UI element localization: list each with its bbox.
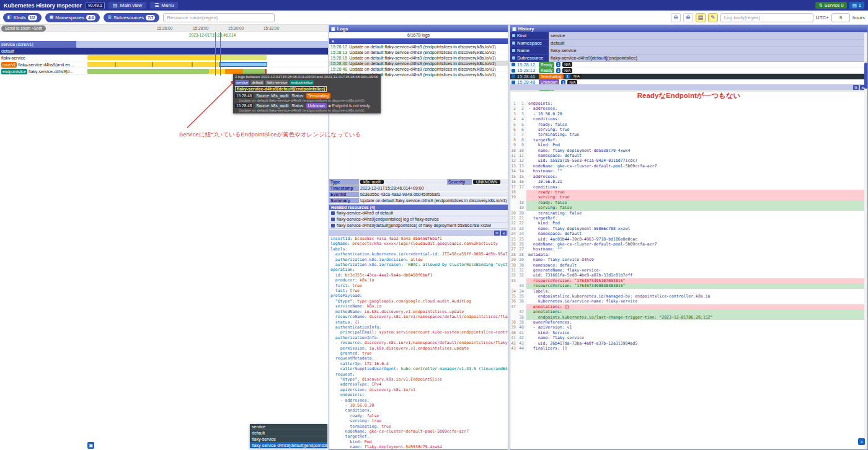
history-fab-button[interactable]: ≡ [858,438,865,445]
log-entry[interactable]: 15:28:48Update on default:flaky-service-… [329,66,508,72]
timeline-fab-button[interactable]: ▣ [87,442,94,449]
diff-text: uid: 4ac81b44-39c8-4963-9718-bd186e0e0ca… [526,237,637,242]
window-icon: ▣ [512,27,516,32]
history-titlebar[interactable]: ▣History [510,25,867,32]
logs-filter-bar[interactable]: ▼ [329,38,508,44]
revision-row[interactable]: 15:28:12Ready1N/A [510,62,867,68]
menu-button[interactable]: ☰Menu [150,2,178,9]
timeline-segment[interactable] [225,69,243,74]
timeline-track[interactable] [76,48,328,55]
history-field-label: Subresource [510,55,549,62]
diff-lineno-old: 2 [510,106,518,111]
diff-lineno-old: 5 [510,122,518,127]
close-button[interactable]: ✕ [501,231,507,236]
timeline-segment[interactable] [87,55,220,60]
diff-lineno-old: 12 [510,158,518,163]
timeline-segment[interactable] [152,62,153,67]
timeline-segment[interactable] [209,69,225,74]
history-field: Nameflaky-service [510,47,867,55]
timeline-segment[interactable] [87,69,209,74]
timeline-row[interactable]: default [0,48,328,55]
logs-titlebar[interactable]: ▣Logs [329,25,508,32]
timeline-segment[interactable] [220,55,267,60]
namespaces-filter-chip[interactable]: ▦Namespaces4/4 [45,13,100,22]
timeline-row[interactable]: flaky-service [0,55,328,61]
timeline-row[interactable]: core/v1flaky-service d4hs9(and endpoints… [0,61,328,68]
history-field-value: flaky-service-d4hs9[default](endpointsli… [549,55,867,62]
popout-button[interactable]: ⧉ [494,231,500,236]
diff-lineno-new: 36 [518,299,526,304]
revision-time[interactable]: 15:28:46 [517,74,537,79]
code-line: principalEmail: system:serviceaccount:ku… [330,330,508,335]
severity-label: Severity [447,179,472,185]
timeline-segment[interactable] [265,69,267,74]
revision-icon [512,63,515,66]
zoom-in-button[interactable]: ⊕ [683,13,693,22]
diff-lineno-new [518,190,526,195]
diff-line: 3839 ownerReferences: [510,320,867,325]
diff-lineno-old: 32 [510,273,518,278]
diff-lineno-new: 10 [518,148,526,153]
zoom-out-button[interactable]: ⊖ [671,13,681,22]
timeline-segment[interactable] [115,62,116,67]
timeline-row[interactable]: service (core/v1) [0,41,328,48]
diff-line: 38 endpoints.kubernetes.io/last-change-t… [510,315,867,320]
detail-value: bc3e355c-43ca-4aa2-9a4a-db0450f6baf1 [359,192,508,197]
diff-popout-button[interactable]: ⧉ [853,85,859,90]
edit-view-toggle[interactable]: ✎ [708,13,718,22]
timeline-track[interactable] [76,61,328,68]
log-body-filter-input[interactable] [720,13,813,22]
code-key: resourceName: [330,314,370,319]
timeline-track[interactable] [76,41,328,48]
event-note: ■ Endpoint is not ready [329,104,370,108]
timeline-segment[interactable] [192,62,193,67]
history-scrollbar-thumb[interactable] [864,63,867,89]
kinds-filter-chip[interactable]: ◧Kinds1/2 [3,13,42,22]
diff-lineno-new: 12 [518,158,526,163]
timeline-ruler[interactable]: 15:26:0015:28:0015:30:0015:32:00 [0,25,328,32]
log-entry[interactable]: 15:28:13Update on default:flaky-service-… [329,50,508,55]
revision-row[interactable]: 15:28:13Ready1N/A [510,68,867,74]
diff-lineno-new: 35 [518,294,526,299]
diff-lineno-old: 21 [510,216,518,221]
log-entry[interactable]: 15:28:46Update on default:flaky-service-… [329,61,508,66]
utc-offset-input[interactable] [831,13,850,22]
diff-lineno-old [510,283,518,288]
diff-text: uid: 26b417da-73ba-4a8f-a37b-12a315984ad… [526,341,637,346]
code-line: resourceName: discovery.k8s.io/v1/namesp… [330,314,508,319]
code-key: authenticationInfo: [330,325,381,330]
log-body[interactable]: insertId: bc3e355c-43ca-4aa2-9a4a-db0450… [329,236,508,449]
log-entry[interactable]: 15:28:15Update on default:flaky-service-… [329,55,508,61]
subresources-filter-chip[interactable]: ⊞Subresources7/7 [104,13,159,22]
main-view-button[interactable]: ▤Main view [108,2,146,9]
timeline-annotation: Serviceに紐づいているEndpointSliceが黄色やオレンジになってい… [179,131,361,139]
status-badge: Unknown [306,103,327,108]
related-resource[interactable]: flaky-service-d4hs9[endpointslice] log o… [329,216,508,223]
revision-row[interactable]: 15:28:46Terminating1N/A [510,74,867,80]
timeline-segment[interactable] [219,62,267,67]
service-status-badge[interactable]: ⇅Service 0 [815,2,847,9]
notification-badge[interactable]: ▤1 [849,2,864,9]
code-value: true [372,418,382,423]
code-line: nodeName: gke-cs-cluster-default-pool-5b… [330,429,508,434]
breadcrumb-chip: default [250,80,264,85]
revision-time[interactable]: 15:28:12 [517,62,537,68]
resource-name-input[interactable] [163,13,275,22]
log-view-toggle[interactable]: ▤ [696,13,706,22]
timeline-segment[interactable] [243,69,267,74]
diff-lineno-new: 44 [518,346,526,351]
code-key: authorization.k8s.io/decision: [330,257,410,262]
time-marker-line[interactable] [220,32,221,76]
diff-line: 1515- addresses: [510,174,867,179]
log-entry[interactable]: 15:28:12Update on default:flaky-service-… [329,44,508,50]
diff-line: 3636 kubernetes.io/service-name: flaky-s… [510,299,867,304]
timeline-segment[interactable] [87,62,219,67]
related-resource[interactable]: flaky-service-d4hs9 of default [329,210,508,216]
revision-time[interactable]: 15:28:13 [517,68,537,73]
code-line: "@type": type.googleapis.com/google.clou… [330,299,508,304]
time-marker-line[interactable] [215,32,216,76]
diff-body[interactable]: 11endpoints:22- addresses:33 - 10.56.0.2… [510,101,867,351]
related-resource[interactable]: flaky-service-d4hs9[default][endpointsli… [329,223,508,229]
code-key: methodName: [330,309,365,314]
timeline-track[interactable] [76,55,328,61]
